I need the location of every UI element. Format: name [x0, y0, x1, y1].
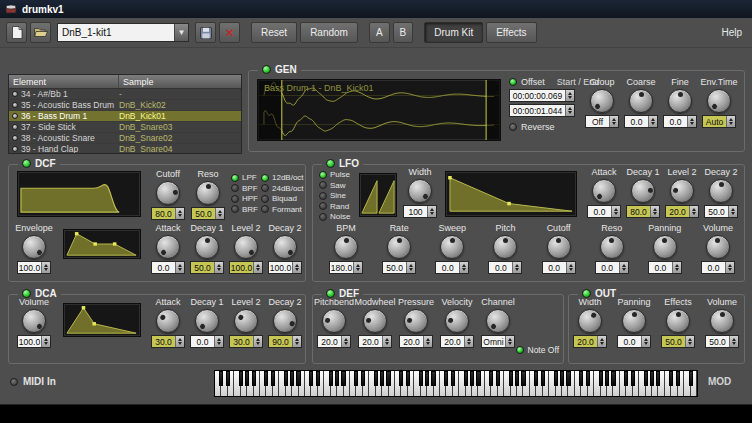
spin-arrows[interactable]: [597, 336, 606, 347]
help-menu[interactable]: Help: [717, 27, 746, 38]
list-item[interactable]: 34 - A#/Bb 1-: [9, 89, 241, 100]
piano-black-key[interactable]: [464, 371, 468, 386]
spin-arrows[interactable]: [406, 262, 415, 273]
knob-value[interactable]: 100.0: [17, 335, 51, 348]
piano-black-key[interactable]: [296, 371, 300, 386]
knob-dial[interactable]: [22, 309, 46, 333]
piano-black-key[interactable]: [689, 371, 693, 386]
spin-arrows[interactable]: [648, 116, 657, 127]
column-element[interactable]: Element: [9, 75, 119, 88]
knob-value[interactable]: 100.0: [268, 261, 302, 274]
piano-black-key[interactable]: [599, 371, 603, 386]
spin-arrows[interactable]: [565, 90, 574, 101]
new-preset-button[interactable]: [6, 22, 27, 43]
knob-value[interactable]: 20.0: [440, 335, 474, 348]
knob-value[interactable]: 90.0: [268, 335, 302, 348]
reset-button[interactable]: Reset: [251, 22, 297, 43]
knob-dial[interactable]: [670, 179, 694, 203]
radio-noise[interactable]: Noise: [319, 212, 350, 222]
piano-black-key[interactable]: [245, 371, 249, 386]
knob-dial[interactable]: [493, 235, 517, 259]
lfo-envelope-graph[interactable]: [445, 171, 577, 217]
piano-black-key[interactable]: [515, 371, 519, 386]
spin-arrows[interactable]: [341, 336, 350, 347]
lfo-wave-graph[interactable]: [359, 173, 397, 217]
radio-12db-oct[interactable]: 12dB/oct: [261, 173, 304, 183]
open-preset-button[interactable]: [30, 22, 51, 43]
delete-preset-button[interactable]: ✕: [219, 22, 240, 43]
piano-black-key[interactable]: [316, 371, 320, 386]
knob-value[interactable]: 0.0: [663, 115, 697, 128]
knob-dial[interactable]: [195, 309, 219, 333]
knob-dial[interactable]: [707, 89, 731, 113]
tab-drum-kit[interactable]: Drum Kit: [424, 22, 483, 43]
piano-black-key[interactable]: [566, 371, 570, 386]
spin-arrows[interactable]: [175, 208, 184, 219]
radio-sine[interactable]: Sine: [319, 191, 350, 201]
piano-black-key[interactable]: [554, 371, 558, 386]
knob-dial[interactable]: [322, 309, 346, 333]
knob-value[interactable]: 50.0: [191, 207, 225, 220]
radio-saw[interactable]: Saw: [319, 181, 350, 191]
piano-black-key[interactable]: [541, 371, 545, 386]
spin-arrows[interactable]: [253, 262, 262, 273]
knob-value[interactable]: 80.0: [626, 205, 660, 218]
knob-dial[interactable]: [668, 89, 692, 113]
spin-arrows[interactable]: [292, 336, 301, 347]
knob-value[interactable]: 0.0: [587, 205, 621, 218]
piano-black-key[interactable]: [560, 371, 564, 386]
knob-dial[interactable]: [196, 181, 220, 205]
knob-value[interactable]: 0.0: [624, 115, 658, 128]
spin-arrows[interactable]: [725, 262, 734, 273]
spin-arrows[interactable]: [565, 105, 574, 116]
spin-arrows[interactable]: [382, 336, 391, 347]
piano-black-key[interactable]: [374, 371, 378, 386]
knob-dial[interactable]: [600, 235, 624, 259]
dca-led[interactable]: [22, 289, 31, 298]
preset-dropdown-arrow[interactable]: ▼: [174, 24, 188, 41]
spin-arrows[interactable]: [175, 262, 184, 273]
knob-dial[interactable]: [710, 309, 734, 333]
knob-value[interactable]: 20.0: [573, 335, 607, 348]
tab-effects[interactable]: Effects: [486, 22, 536, 43]
knob-value[interactable]: 0.0: [648, 261, 682, 274]
knob-value[interactable]: 0.0: [488, 261, 522, 274]
piano-black-key[interactable]: [534, 371, 538, 386]
knob-dial[interactable]: [590, 89, 614, 113]
knob-value[interactable]: Auto: [702, 115, 736, 128]
titlebar[interactable]: drumkv1: [0, 0, 752, 18]
spin-arrows[interactable]: [687, 116, 696, 127]
piano-black-key[interactable]: [329, 371, 333, 386]
knob-dial[interactable]: [273, 235, 297, 259]
offset-end-spin[interactable]: 00:00:01.044: [509, 104, 575, 117]
knob-value[interactable]: Omni: [481, 335, 515, 348]
spin-arrows[interactable]: [726, 116, 735, 127]
knob-value[interactable]: 0.0: [542, 261, 576, 274]
knob-dial[interactable]: [622, 309, 646, 333]
radio-brf[interactable]: BRF: [231, 205, 258, 215]
piano-black-key[interactable]: [656, 371, 660, 386]
knob-dial[interactable]: [592, 179, 616, 203]
piano-black-key[interactable]: [509, 371, 513, 386]
dcf-envelope-graph[interactable]: [63, 229, 141, 259]
piano-black-key[interactable]: [470, 371, 474, 386]
knob-value[interactable]: 0.0: [151, 261, 185, 274]
knob-dial[interactable]: [363, 309, 387, 333]
piano-black-key[interactable]: [650, 371, 654, 386]
dca-envelope-graph[interactable]: [63, 303, 141, 337]
knob-dial[interactable]: [156, 309, 180, 333]
spin-arrows[interactable]: [641, 336, 650, 347]
radio-lpf[interactable]: LPF: [231, 173, 258, 183]
knob-value[interactable]: 0.0: [617, 335, 651, 348]
knob-value[interactable]: 0.0: [190, 335, 224, 348]
knob-value[interactable]: 0.0: [435, 261, 469, 274]
offset-start-spin[interactable]: 00:00:00.069: [509, 89, 575, 102]
knob-dial[interactable]: [440, 235, 464, 259]
spin-arrows[interactable]: [505, 336, 514, 347]
knob-value[interactable]: 0.0: [701, 261, 735, 274]
radio-biquad[interactable]: Biquad: [261, 194, 304, 204]
knob-value[interactable]: 30.0: [151, 335, 185, 348]
knob-dial[interactable]: [156, 181, 180, 205]
piano-black-key[interactable]: [444, 371, 448, 386]
knob-dial[interactable]: [408, 179, 432, 203]
